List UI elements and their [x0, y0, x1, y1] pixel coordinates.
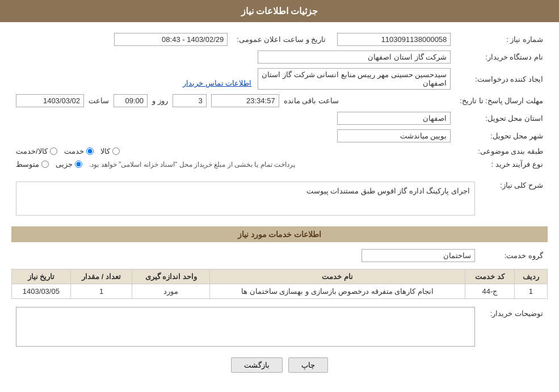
- process-medium-radio[interactable]: [41, 161, 49, 168]
- cell-name: انجام کارهای متفرقه درخصوص بازسازی و بهس…: [210, 284, 465, 299]
- deadline-date-value: 1403/03/02: [16, 94, 84, 107]
- col-date: تاریخ نیاز: [12, 269, 71, 284]
- col-name: نام خدمت: [210, 269, 465, 284]
- cell-row: 1: [514, 284, 547, 299]
- back-button[interactable]: بازگشت: [231, 357, 283, 373]
- process-medium[interactable]: متوسط: [16, 160, 49, 168]
- countdown-value: 23:34:57: [211, 94, 279, 107]
- announcement-datetime-value: 1403/02/29 - 08:43: [114, 33, 228, 46]
- col-row: ردیف: [514, 269, 547, 284]
- need-description-label: شرح کلی نیاز:: [480, 176, 548, 221]
- process-partial-radio[interactable]: [75, 161, 82, 168]
- category-kala-label: کالا: [100, 147, 110, 155]
- category-kala-khidmat-radio[interactable]: [50, 147, 57, 155]
- day-label: روز و: [152, 96, 168, 105]
- print-button[interactable]: چاپ: [288, 357, 328, 373]
- service-group-label: گروه خدمت:: [480, 247, 548, 264]
- col-qty: تعداد / مقدار: [70, 269, 132, 284]
- category-khidmat-label: خدمت: [64, 147, 84, 155]
- time-label: ساعت: [89, 96, 109, 105]
- page-title: جزئیات اطلاعات نیاز: [0, 0, 559, 22]
- services-section-label: اطلاعات خدمات مورد نیاز: [11, 226, 548, 242]
- need-number-value: 1103091138000058: [337, 33, 451, 46]
- process-label: نوع فرآیند خرید :: [455, 158, 548, 171]
- process-medium-label: متوسط: [16, 160, 39, 168]
- day-value: 3: [173, 94, 207, 107]
- services-table: ردیف کد خدمت نام خدمت واحد اندازه گیری ت…: [11, 269, 548, 299]
- city-label: شهر محل تحویل:: [455, 127, 548, 145]
- deadline-time-value: 09:00: [114, 94, 148, 107]
- table-row: 1ج-44انجام کارهای متفرقه درخصوص بازسازی …: [12, 284, 548, 299]
- remaining-label: ساعت باقی مانده: [284, 96, 339, 105]
- need-number-label: شماره نیاز :: [455, 31, 548, 48]
- cell-date: 1403/03/05: [12, 284, 71, 299]
- requester-label: ایجاد کننده درخواست:: [455, 66, 548, 92]
- category-khidmat[interactable]: خدمت: [64, 147, 94, 155]
- response-deadline-label: مهلت ارسال پاسخ: تا تاریخ:: [455, 92, 548, 109]
- process-partial[interactable]: جزیی: [56, 160, 82, 168]
- process-note: پرداخت تمام یا بخشی از مبلغ خریداز محل "…: [89, 161, 295, 168]
- cell-unit: مورد: [132, 284, 210, 299]
- category-kala-khidmat[interactable]: کالا/خدمت: [16, 147, 57, 155]
- cell-quantity: 1: [70, 284, 132, 299]
- requester-value: سیدحسین حسینی مهر رییس منابع انسانی شرکت…: [258, 68, 451, 90]
- col-code: کد خدمت: [465, 269, 515, 284]
- buyer-description-label: توضیحات خریدار:: [480, 305, 548, 349]
- province-value: اصفهان: [337, 112, 451, 125]
- category-kala[interactable]: کالا: [100, 147, 120, 155]
- buyer-name-label: نام دستگاه خریدار:: [455, 48, 548, 66]
- buyer-name-value: شرکت گاز استان اصفهان: [258, 50, 451, 64]
- need-description-value: اجرای پارکینگ اداره گاز افوس طبق مستندات…: [16, 182, 475, 216]
- buyer-description-textarea[interactable]: [16, 307, 475, 347]
- category-label: طبقه بندی موضوعی:: [455, 145, 548, 158]
- category-khidmat-radio[interactable]: [86, 147, 94, 155]
- announcement-datetime-label: تاریخ و ساعت اعلان عمومی:: [232, 31, 330, 48]
- category-kala-radio[interactable]: [112, 147, 120, 155]
- city-value: بویین میاندشت: [337, 129, 451, 142]
- requester-contact-link[interactable]: اطلاعات تماس خریدار: [183, 79, 251, 87]
- province-label: استان محل تحویل:: [455, 109, 548, 127]
- process-partial-label: جزیی: [56, 160, 73, 168]
- col-unit: واحد اندازه گیری: [132, 269, 210, 284]
- service-group-value: ساختمان: [362, 249, 475, 262]
- category-kala-khidmat-label: کالا/خدمت: [16, 147, 48, 155]
- cell-code: ج-44: [465, 284, 515, 299]
